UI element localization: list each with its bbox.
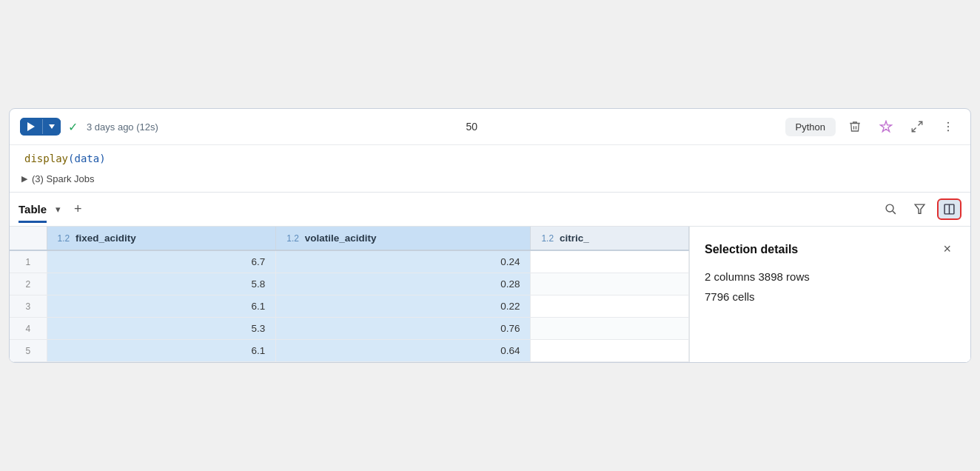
cell-citric — [531, 340, 689, 362]
run-button[interactable] — [20, 118, 42, 136]
function-name: display — [24, 153, 68, 164]
col-label-fixed-acidity: fixed_acidity — [75, 233, 136, 244]
status-checkmark: ✓ — [68, 120, 78, 134]
table-row: 4 5.3 0.76 — [10, 318, 689, 340]
panel-close-button[interactable]: × — [939, 240, 956, 258]
timestamp-label: 3 days ago (12s) — [87, 121, 158, 133]
row-num-cell: 2 — [10, 273, 47, 295]
columns-panel-button[interactable] — [937, 198, 961, 220]
cell-fixed-acidity: 6.1 — [47, 340, 276, 362]
col-label-citric: citric_ — [560, 233, 589, 244]
row-count-label: 50 — [166, 121, 778, 133]
run-btn-group — [20, 118, 61, 136]
col-header-fixed-acidity[interactable]: 1.2 fixed_acidity — [47, 227, 276, 250]
cell-volatile-acidity: 0.24 — [276, 250, 531, 273]
cell-fixed-acidity: 5.3 — [47, 318, 276, 340]
svg-point-5 — [947, 126, 949, 127]
sparkle-button[interactable] — [874, 116, 898, 137]
svg-line-8 — [893, 211, 896, 214]
panel-stat-cells: 7796 cells — [705, 290, 956, 303]
svg-line-3 — [912, 128, 916, 132]
spark-jobs-row[interactable]: ▶ (3) Spark Jobs — [10, 169, 970, 192]
paren-close: ) — [99, 153, 105, 164]
panel-stat-columns-rows: 2 columns 3898 rows — [705, 270, 956, 283]
type-badge-volatile: 1.2 — [286, 233, 299, 244]
cell-volatile-acidity: 0.22 — [276, 295, 531, 318]
table-row: 5 6.1 0.64 — [10, 340, 689, 362]
panel-title: Selection details — [705, 243, 798, 256]
language-button[interactable]: Python — [785, 118, 836, 136]
row-num-cell: 1 — [10, 250, 47, 273]
code-area: display(data) — [10, 145, 970, 169]
svg-line-2 — [919, 121, 922, 125]
table-toolbar: Table ▾ + — [10, 193, 970, 227]
cell-citric — [531, 250, 689, 273]
spark-jobs-label: (3) Spark Jobs — [32, 173, 95, 184]
code-param: data — [74, 153, 99, 164]
cell-toolbar: ✓ 3 days ago (12s) 50 Python — [10, 109, 970, 145]
svg-marker-0 — [27, 122, 35, 131]
cell-volatile-acidity: 0.28 — [276, 273, 531, 295]
table-label: Table — [19, 203, 47, 216]
cell-citric — [531, 318, 689, 340]
spark-arrow-icon: ▶ — [21, 174, 27, 184]
data-table: 1.2 fixed_acidity 1.2 volatile_acidity 1… — [10, 227, 689, 362]
table-section: Table ▾ + — [10, 192, 970, 362]
type-badge-fixed: 1.2 — [58, 233, 70, 244]
table-row: 3 6.1 0.22 — [10, 295, 689, 318]
table-row: 1 6.7 0.24 — [10, 250, 689, 273]
cell-volatile-acidity: 0.64 — [276, 340, 531, 362]
table-header-row: 1.2 fixed_acidity 1.2 volatile_acidity 1… — [10, 227, 689, 250]
table-content-area: 1.2 fixed_acidity 1.2 volatile_acidity 1… — [10, 227, 970, 362]
data-table-wrapper: 1.2 fixed_acidity 1.2 volatile_acidity 1… — [10, 227, 689, 362]
more-options-button[interactable] — [936, 116, 960, 137]
cell-citric — [531, 273, 689, 295]
col-header-citric[interactable]: 1.2 citric_ — [531, 227, 689, 250]
cell-citric — [531, 295, 689, 318]
table-dropdown-button[interactable]: ▾ — [53, 202, 64, 216]
svg-point-6 — [947, 130, 949, 131]
delete-button[interactable] — [843, 116, 867, 137]
panel-header: Selection details × — [705, 240, 956, 258]
table-body: 1 6.7 0.24 2 5.8 0.28 3 6.1 0.22 4 5.3 0… — [10, 250, 689, 362]
code-line: display(data) — [24, 153, 956, 164]
col-label-volatile-acidity: volatile_acidity — [305, 233, 377, 244]
selection-panel: Selection details × 2 columns 3898 rows … — [689, 227, 970, 362]
table-tab: Table — [19, 203, 47, 216]
cell-fixed-acidity: 5.8 — [47, 273, 276, 295]
search-button[interactable] — [879, 199, 902, 219]
row-num-cell: 3 — [10, 295, 47, 318]
row-num-header — [10, 227, 47, 250]
svg-point-7 — [886, 204, 893, 212]
row-num-cell: 5 — [10, 340, 47, 362]
filter-button[interactable] — [908, 199, 931, 219]
table-row: 2 5.8 0.28 — [10, 273, 689, 295]
run-dropdown-button[interactable] — [43, 120, 61, 133]
cell-fixed-acidity: 6.1 — [47, 295, 276, 318]
row-num-cell: 4 — [10, 318, 47, 340]
table-add-button[interactable]: + — [70, 200, 87, 218]
svg-marker-9 — [915, 204, 924, 213]
cell-volatile-acidity: 0.76 — [276, 318, 531, 340]
type-badge-citric: 1.2 — [541, 233, 554, 244]
svg-marker-1 — [49, 124, 55, 129]
notebook-cell: ✓ 3 days ago (12s) 50 Python — [9, 108, 971, 363]
expand-button[interactable] — [905, 116, 929, 137]
col-header-volatile-acidity[interactable]: 1.2 volatile_acidity — [276, 227, 531, 250]
svg-point-4 — [947, 122, 949, 124]
cell-fixed-acidity: 6.7 — [47, 250, 276, 273]
